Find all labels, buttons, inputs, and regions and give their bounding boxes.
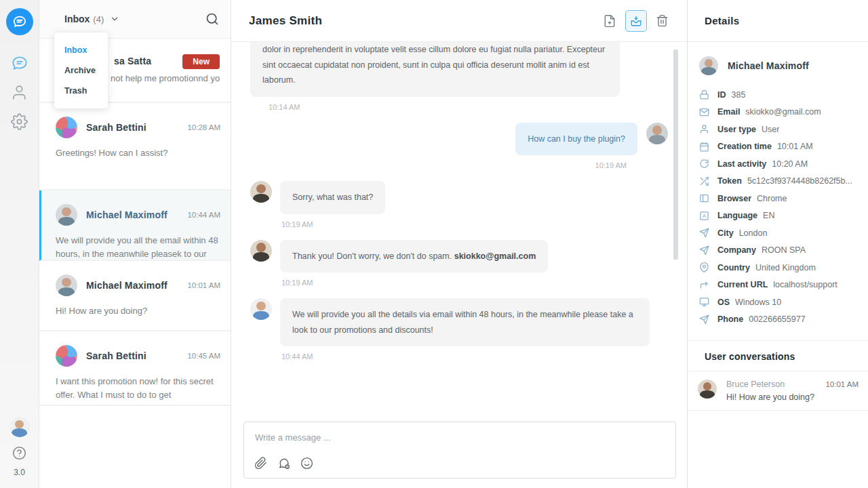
language-icon: A [699,211,709,221]
user-icon [699,124,709,134]
redirect-icon [699,280,709,290]
details-panel: Details Michael Maximoff ID 385 Email sk… [687,0,868,488]
conversation-item[interactable]: Sarah Bettini 10:28 AM Greetings! How ca… [39,103,231,190]
detail-row-token: Token 5c12c3f9374448b8262f5b... [699,176,860,186]
shuffle-icon [699,176,709,186]
lock-icon [699,89,709,100]
conversation-preview: We will provide you all the email within… [56,234,220,260]
monitor-icon [699,297,709,307]
inbox-filter-trigger[interactable]: Inbox (4) [64,14,119,24]
email-highlight: skiokko@gmail.com [454,251,536,261]
message-composer [243,422,676,479]
conversation-name: Sarah Bettini [86,350,146,361]
detail-row-email: Email skiokko@gmail.com [699,107,860,117]
dropdown-item-archive[interactable]: Archive [54,60,108,81]
chevron-down-icon [110,14,119,24]
settings-nav-icon[interactable] [11,113,28,130]
conversation-item[interactable]: Sarah Bettini 10:45 AM I want this promo… [39,331,231,406]
canned-response-icon[interactable] [277,457,290,470]
detail-row-os: OS Windows 10 [699,297,860,307]
user-name: Michael Maximoff [728,60,809,71]
avatar [56,204,77,226]
user-conversation-preview: Hi! How are you doing? [726,392,859,402]
details-title: Details [705,15,739,26]
conversation-item[interactable]: Michael Maximoff 10:01 AM Hi! How are yo… [39,261,231,331]
detail-row-city: City London [699,228,860,238]
agent-avatar[interactable] [9,417,30,437]
chat-actions [603,10,669,32]
conversation-name: Michael Maximoff [86,209,167,220]
message-list: dolor in reprehenderit in voluptate veli… [231,42,687,422]
dropdown-item-inbox[interactable]: Inbox [54,40,108,60]
message-timestamp: 10:19 AM [281,279,668,287]
mail-icon [699,107,709,117]
user-conversations-title: User conversations [688,340,868,371]
message-timestamp: 10:19 AM [250,161,627,169]
help-icon[interactable] [12,446,26,460]
conversation-preview: Greetings! How can I assist? [56,146,220,160]
users-nav-icon[interactable] [11,83,28,101]
archive-conversation-button[interactable] [625,10,647,32]
composer-toolbar [244,450,675,478]
pin-icon [699,262,709,272]
message-input[interactable] [244,422,675,443]
conversation-preview: I want this promotion now! for this secr… [56,375,220,401]
user-conversation-name: Bruce Peterson [726,380,785,389]
message-timestamp: 10:19 AM [281,220,668,228]
conversations-nav-icon[interactable] [11,54,28,72]
trash-icon[interactable] [656,14,669,28]
attachment-icon[interactable] [254,457,267,470]
add-note-icon[interactable] [603,14,616,28]
send-icon [699,245,709,256]
avatar [56,274,77,296]
detail-row-browser: Browser Chrome [699,193,860,203]
dropdown-item-trash[interactable]: Trash [54,81,108,101]
conversation-name: Sarah Bettini [86,122,146,133]
detail-row-last-activity: Last activity 10:20 AM [699,159,860,169]
detail-row-user-type: User type User [699,124,860,134]
new-badge: New [182,54,220,69]
message-bubble: How can I buy the plugin? [515,123,637,156]
conversation-time: 10:45 AM [187,352,220,360]
conversation-item-selected[interactable]: Michael Maximoff 10:44 AM We will provid… [39,190,231,261]
message-timestamp: 10:44 AM [281,352,668,361]
conversation-time: 10:44 AM [187,211,220,219]
svg-text:A: A [703,213,706,219]
avatar [250,298,272,320]
rail-nav [11,54,28,130]
avatar [646,123,668,144]
avatar [250,240,272,262]
message-bubble: Thank you! Don't worry, we don't do spam… [280,240,548,273]
conversation-name: Michael Maximoff [86,280,167,291]
detail-row-creation-time: Creation time 10:01 AM [699,142,860,152]
conversation-time: 10:01 AM [187,281,220,289]
user-conversation-item[interactable]: Bruce Peterson 10:01 AM Hi! How are you … [688,371,868,411]
conversation-name: sa Satta [114,56,151,66]
avatar [56,345,77,367]
send-icon [699,228,709,238]
detail-row-current-url: Current URL localhost/support [699,280,860,290]
conversation-preview: Hi! How are you doing? [56,304,220,318]
search-icon[interactable] [205,12,219,26]
chat-panel: James Smith [231,0,687,488]
message-incoming: Thank you! Don't worry, we don't do spam… [250,240,668,273]
support-app: 3.0 Inbox (4) sa Satta New not help me p… [0,0,868,488]
browser-icon [699,193,709,203]
emoji-icon[interactable] [300,457,313,470]
message-timestamp: 10:14 AM [269,103,668,111]
avatar [699,56,718,75]
chat-scrollbar-thumb[interactable] [673,49,678,260]
avatar [698,380,717,399]
conversation-preview: not help me promotionnd yo [111,72,220,85]
inbox-filter-label: Inbox [64,14,90,24]
icon-rail: 3.0 [0,0,39,488]
app-logo-icon [6,8,33,35]
chat-title: James Smith [249,14,322,28]
message-incoming: Sorry, what was that? [250,181,668,214]
conversation-time: 10:28 AM [187,123,220,131]
details-header: Details [688,0,868,42]
message-incoming: We will provide you all the details via … [250,298,668,346]
app-version: 3.0 [14,468,25,477]
user-profile: Michael Maximoff [688,42,868,82]
detail-row-country: Country United Kingdom [699,262,860,272]
